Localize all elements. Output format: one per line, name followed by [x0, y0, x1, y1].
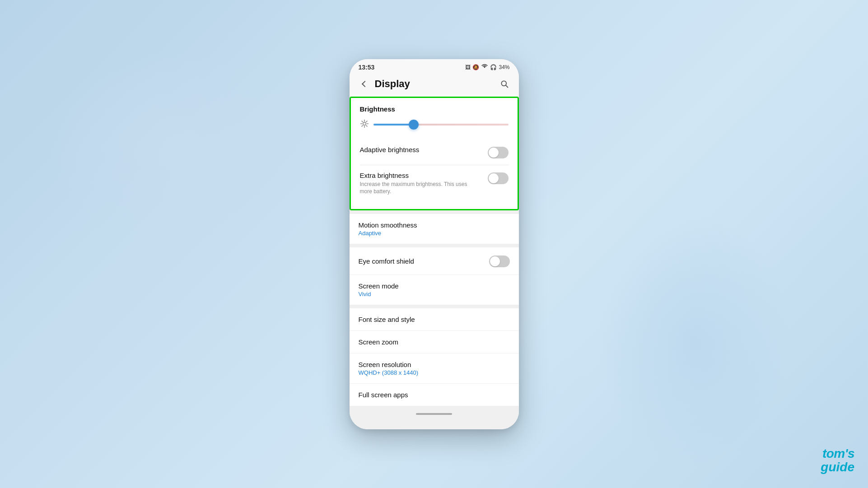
eye-comfort-item[interactable]: Eye comfort shield [350, 247, 519, 275]
full-screen-apps-label: Full screen apps [359, 391, 510, 399]
adaptive-brightness-knob [489, 148, 499, 158]
page-title: Display [375, 78, 497, 90]
screen-resolution-label: Screen resolution [359, 361, 510, 368]
motion-smoothness-value: Adaptive [359, 230, 510, 237]
eye-comfort-knob [490, 256, 500, 266]
svg-line-1 [505, 85, 508, 87]
eye-comfort-label: Eye comfort shield [359, 257, 489, 265]
eye-comfort-label-group: Eye comfort shield [359, 257, 489, 265]
svg-line-9 [366, 121, 367, 122]
screen-zoom-item[interactable]: Screen zoom [350, 331, 519, 353]
motion-smoothness-item[interactable]: Motion smoothness Adaptive [350, 214, 519, 244]
screen-mode-item[interactable]: Screen mode Vivid [350, 275, 519, 305]
brightness-card: Brightness [350, 97, 519, 211]
screen-zoom-label-group: Screen zoom [359, 338, 510, 346]
toms-guide-line1: tom's [821, 447, 854, 460]
full-screen-apps-label-group: Full screen apps [359, 391, 510, 399]
motion-smoothness-label: Motion smoothness [359, 221, 510, 229]
back-button[interactable] [357, 77, 371, 91]
extra-brightness-row[interactable]: Extra brightness Increase the maximum br… [360, 165, 509, 202]
adaptive-brightness-label-group: Adaptive brightness [360, 146, 488, 153]
search-icon [500, 79, 509, 88]
svg-line-7 [362, 121, 363, 122]
extra-brightness-label: Extra brightness [360, 172, 481, 179]
scroll-bar [416, 413, 452, 415]
font-size-label: Font size and style [359, 316, 510, 323]
motion-smoothness-label-group: Motion smoothness Adaptive [359, 221, 510, 237]
toms-guide-line2: guide [821, 460, 854, 474]
font-size-label-group: Font size and style [359, 316, 510, 323]
status-icons: 🖼 🔕 🎧 34% [465, 64, 509, 70]
extra-brightness-toggle[interactable] [488, 172, 509, 184]
svg-line-10 [362, 125, 363, 126]
settings-content[interactable]: Brightness [350, 97, 519, 429]
extra-brightness-knob [489, 173, 499, 183]
eye-comfort-toggle[interactable] [489, 256, 510, 267]
display-options-card: Font size and style Screen zoom Screen r… [350, 308, 519, 406]
adaptive-brightness-label: Adaptive brightness [360, 146, 481, 153]
status-time: 13:53 [359, 64, 375, 71]
screen-mode-label: Screen mode [359, 282, 510, 290]
silent-icon: 🔕 [472, 64, 479, 70]
back-chevron-icon [362, 80, 368, 87]
adaptive-brightness-toggle[interactable] [488, 147, 509, 158]
svg-line-8 [366, 125, 367, 126]
top-bar: Display [350, 73, 519, 97]
extra-brightness-label-group: Extra brightness Increase the maximum br… [360, 172, 488, 196]
toms-guide-watermark: tom's guide [821, 447, 854, 474]
font-size-item[interactable]: Font size and style [350, 308, 519, 331]
brightness-title: Brightness [360, 105, 509, 113]
brightness-thumb [409, 120, 419, 130]
search-button[interactable] [497, 77, 512, 91]
screen-resolution-value: WQHD+ (3088 x 1440) [359, 369, 510, 376]
brightness-slider[interactable] [373, 124, 509, 125]
wifi-icon [481, 64, 488, 70]
screen-mode-value: Vivid [359, 291, 510, 297]
status-bar: 13:53 🖼 🔕 🎧 34% [350, 59, 519, 73]
brightness-sun-icon [360, 119, 369, 130]
battery-text: 34% [499, 64, 509, 70]
brightness-slider-row [360, 119, 509, 130]
motion-smoothness-card: Motion smoothness Adaptive [350, 214, 519, 244]
eye-screen-card: Eye comfort shield Screen mode Vivid [350, 247, 519, 305]
screen-resolution-label-group: Screen resolution WQHD+ (3088 x 1440) [359, 361, 510, 376]
full-screen-apps-item[interactable]: Full screen apps [350, 384, 519, 406]
screen-zoom-label: Screen zoom [359, 338, 510, 346]
screen-resolution-item[interactable]: Screen resolution WQHD+ (3088 x 1440) [350, 353, 519, 384]
phone-frame: 13:53 🖼 🔕 🎧 34% Display [350, 59, 519, 429]
scroll-indicator [350, 409, 519, 418]
camera-icon: 🖼 [465, 64, 471, 70]
extra-brightness-sublabel: Increase the maximum brightness. This us… [360, 181, 481, 196]
headphone-icon: 🎧 [490, 64, 497, 70]
adaptive-brightness-row[interactable]: Adaptive brightness [360, 139, 509, 165]
screen-mode-label-group: Screen mode Vivid [359, 282, 510, 297]
svg-point-2 [363, 122, 366, 125]
